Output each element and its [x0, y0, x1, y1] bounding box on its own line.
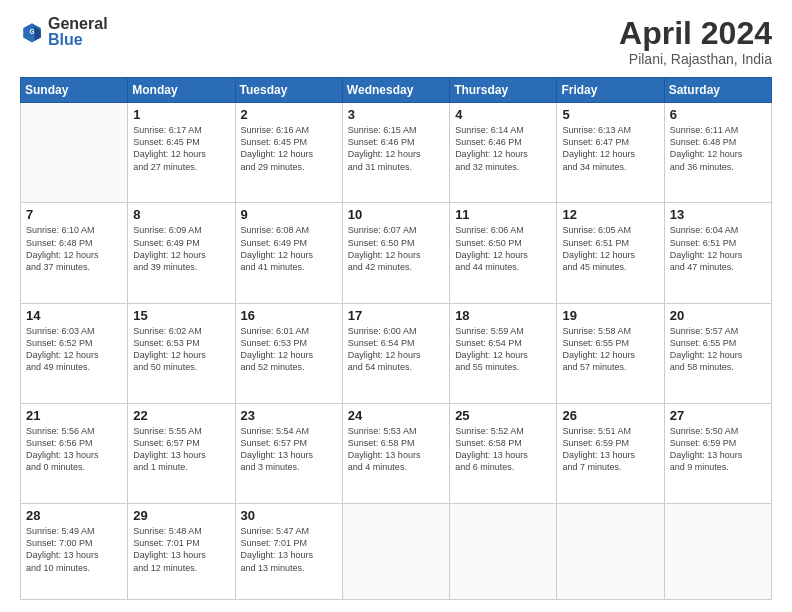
calendar-cell: 10Sunrise: 6:07 AMSunset: 6:50 PMDayligh…	[342, 203, 449, 303]
logo-text: General Blue	[48, 16, 108, 48]
calendar-cell: 9Sunrise: 6:08 AMSunset: 6:49 PMDaylight…	[235, 203, 342, 303]
day-number: 7	[26, 207, 122, 222]
day-number: 16	[241, 308, 337, 323]
cell-details: Sunrise: 5:50 AMSunset: 6:59 PMDaylight:…	[670, 425, 766, 474]
day-number: 30	[241, 508, 337, 523]
cell-details: Sunrise: 5:51 AMSunset: 6:59 PMDaylight:…	[562, 425, 658, 474]
calendar-cell: 2Sunrise: 6:16 AMSunset: 6:45 PMDaylight…	[235, 103, 342, 203]
day-number: 14	[26, 308, 122, 323]
cell-details: Sunrise: 5:47 AMSunset: 7:01 PMDaylight:…	[241, 525, 337, 574]
day-number: 22	[133, 408, 229, 423]
cell-details: Sunrise: 6:02 AMSunset: 6:53 PMDaylight:…	[133, 325, 229, 374]
cell-details: Sunrise: 6:07 AMSunset: 6:50 PMDaylight:…	[348, 224, 444, 273]
calendar-cell: 22Sunrise: 5:55 AMSunset: 6:57 PMDayligh…	[128, 403, 235, 503]
cell-details: Sunrise: 6:15 AMSunset: 6:46 PMDaylight:…	[348, 124, 444, 173]
calendar-cell: 6Sunrise: 6:11 AMSunset: 6:48 PMDaylight…	[664, 103, 771, 203]
calendar-col-wednesday: Wednesday	[342, 78, 449, 103]
calendar-cell: 5Sunrise: 6:13 AMSunset: 6:47 PMDaylight…	[557, 103, 664, 203]
main-title: April 2024	[619, 16, 772, 51]
cell-details: Sunrise: 6:09 AMSunset: 6:49 PMDaylight:…	[133, 224, 229, 273]
calendar-col-thursday: Thursday	[450, 78, 557, 103]
day-number: 9	[241, 207, 337, 222]
cell-details: Sunrise: 6:11 AMSunset: 6:48 PMDaylight:…	[670, 124, 766, 173]
cell-details: Sunrise: 6:06 AMSunset: 6:50 PMDaylight:…	[455, 224, 551, 273]
calendar-cell: 29Sunrise: 5:48 AMSunset: 7:01 PMDayligh…	[128, 504, 235, 600]
calendar-cell	[342, 504, 449, 600]
calendar-cell: 27Sunrise: 5:50 AMSunset: 6:59 PMDayligh…	[664, 403, 771, 503]
day-number: 21	[26, 408, 122, 423]
day-number: 10	[348, 207, 444, 222]
calendar-week-4: 21Sunrise: 5:56 AMSunset: 6:56 PMDayligh…	[21, 403, 772, 503]
cell-details: Sunrise: 6:08 AMSunset: 6:49 PMDaylight:…	[241, 224, 337, 273]
day-number: 28	[26, 508, 122, 523]
calendar-cell: 26Sunrise: 5:51 AMSunset: 6:59 PMDayligh…	[557, 403, 664, 503]
day-number: 19	[562, 308, 658, 323]
cell-details: Sunrise: 6:01 AMSunset: 6:53 PMDaylight:…	[241, 325, 337, 374]
title-block: April 2024 Pilani, Rajasthan, India	[619, 16, 772, 67]
day-number: 12	[562, 207, 658, 222]
svg-text:G: G	[30, 28, 35, 35]
calendar-col-saturday: Saturday	[664, 78, 771, 103]
calendar-cell: 13Sunrise: 6:04 AMSunset: 6:51 PMDayligh…	[664, 203, 771, 303]
calendar-cell	[557, 504, 664, 600]
cell-details: Sunrise: 6:10 AMSunset: 6:48 PMDaylight:…	[26, 224, 122, 273]
cell-details: Sunrise: 5:58 AMSunset: 6:55 PMDaylight:…	[562, 325, 658, 374]
calendar-header-row: SundayMondayTuesdayWednesdayThursdayFrid…	[21, 78, 772, 103]
day-number: 11	[455, 207, 551, 222]
calendar-cell: 17Sunrise: 6:00 AMSunset: 6:54 PMDayligh…	[342, 303, 449, 403]
calendar-col-sunday: Sunday	[21, 78, 128, 103]
calendar-cell: 3Sunrise: 6:15 AMSunset: 6:46 PMDaylight…	[342, 103, 449, 203]
calendar-cell: 14Sunrise: 6:03 AMSunset: 6:52 PMDayligh…	[21, 303, 128, 403]
day-number: 3	[348, 107, 444, 122]
cell-details: Sunrise: 5:54 AMSunset: 6:57 PMDaylight:…	[241, 425, 337, 474]
day-number: 5	[562, 107, 658, 122]
page: G General Blue April 2024 Pilani, Rajast…	[0, 0, 792, 612]
calendar-cell: 23Sunrise: 5:54 AMSunset: 6:57 PMDayligh…	[235, 403, 342, 503]
calendar-cell: 12Sunrise: 6:05 AMSunset: 6:51 PMDayligh…	[557, 203, 664, 303]
day-number: 24	[348, 408, 444, 423]
cell-details: Sunrise: 5:57 AMSunset: 6:55 PMDaylight:…	[670, 325, 766, 374]
day-number: 6	[670, 107, 766, 122]
calendar-cell: 18Sunrise: 5:59 AMSunset: 6:54 PMDayligh…	[450, 303, 557, 403]
calendar-cell	[664, 504, 771, 600]
calendar-cell	[450, 504, 557, 600]
logo-general-text: General	[48, 16, 108, 32]
location-subtitle: Pilani, Rajasthan, India	[619, 51, 772, 67]
logo-icon: G	[20, 20, 44, 44]
day-number: 8	[133, 207, 229, 222]
day-number: 23	[241, 408, 337, 423]
calendar-cell: 30Sunrise: 5:47 AMSunset: 7:01 PMDayligh…	[235, 504, 342, 600]
cell-details: Sunrise: 6:17 AMSunset: 6:45 PMDaylight:…	[133, 124, 229, 173]
calendar-cell: 1Sunrise: 6:17 AMSunset: 6:45 PMDaylight…	[128, 103, 235, 203]
day-number: 4	[455, 107, 551, 122]
logo: G General Blue	[20, 16, 108, 48]
calendar-week-2: 7Sunrise: 6:10 AMSunset: 6:48 PMDaylight…	[21, 203, 772, 303]
logo-blue-text: Blue	[48, 32, 108, 48]
calendar-col-monday: Monday	[128, 78, 235, 103]
calendar-cell: 20Sunrise: 5:57 AMSunset: 6:55 PMDayligh…	[664, 303, 771, 403]
cell-details: Sunrise: 6:04 AMSunset: 6:51 PMDaylight:…	[670, 224, 766, 273]
calendar-col-friday: Friday	[557, 78, 664, 103]
day-number: 13	[670, 207, 766, 222]
cell-details: Sunrise: 5:48 AMSunset: 7:01 PMDaylight:…	[133, 525, 229, 574]
day-number: 25	[455, 408, 551, 423]
cell-details: Sunrise: 6:05 AMSunset: 6:51 PMDaylight:…	[562, 224, 658, 273]
calendar-table: SundayMondayTuesdayWednesdayThursdayFrid…	[20, 77, 772, 600]
cell-details: Sunrise: 6:14 AMSunset: 6:46 PMDaylight:…	[455, 124, 551, 173]
calendar-cell: 16Sunrise: 6:01 AMSunset: 6:53 PMDayligh…	[235, 303, 342, 403]
calendar-cell: 8Sunrise: 6:09 AMSunset: 6:49 PMDaylight…	[128, 203, 235, 303]
cell-details: Sunrise: 5:55 AMSunset: 6:57 PMDaylight:…	[133, 425, 229, 474]
calendar-cell: 19Sunrise: 5:58 AMSunset: 6:55 PMDayligh…	[557, 303, 664, 403]
calendar-cell: 21Sunrise: 5:56 AMSunset: 6:56 PMDayligh…	[21, 403, 128, 503]
calendar-cell	[21, 103, 128, 203]
cell-details: Sunrise: 6:16 AMSunset: 6:45 PMDaylight:…	[241, 124, 337, 173]
calendar-cell: 25Sunrise: 5:52 AMSunset: 6:58 PMDayligh…	[450, 403, 557, 503]
cell-details: Sunrise: 5:52 AMSunset: 6:58 PMDaylight:…	[455, 425, 551, 474]
cell-details: Sunrise: 5:53 AMSunset: 6:58 PMDaylight:…	[348, 425, 444, 474]
calendar-col-tuesday: Tuesday	[235, 78, 342, 103]
calendar-cell: 11Sunrise: 6:06 AMSunset: 6:50 PMDayligh…	[450, 203, 557, 303]
day-number: 17	[348, 308, 444, 323]
cell-details: Sunrise: 6:00 AMSunset: 6:54 PMDaylight:…	[348, 325, 444, 374]
calendar-cell: 15Sunrise: 6:02 AMSunset: 6:53 PMDayligh…	[128, 303, 235, 403]
cell-details: Sunrise: 6:03 AMSunset: 6:52 PMDaylight:…	[26, 325, 122, 374]
